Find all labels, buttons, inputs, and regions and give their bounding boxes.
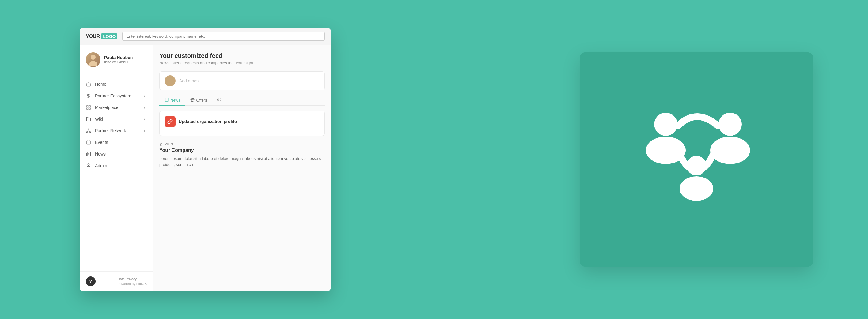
sidebar-item-home-label: Home <box>95 82 147 87</box>
svg-rect-2 <box>89 106 90 107</box>
sidebar-item-marketplace-label: Marketplace <box>95 105 142 110</box>
svg-point-16 <box>88 164 89 165</box>
feed-tabs: News Offers <box>159 95 325 106</box>
data-privacy-link[interactable]: Data Privacy <box>118 277 147 281</box>
scene: YOUR LOGO Paula Houben Innoloft GmbH <box>0 0 868 319</box>
news-icon <box>86 151 91 157</box>
help-button[interactable]: ? <box>86 277 96 286</box>
svg-line-9 <box>89 130 90 131</box>
logo-your: YOUR <box>86 34 100 39</box>
tab-news[interactable]: News <box>159 95 185 106</box>
footer-links: Data Privacy Powered by LoftOS <box>118 277 147 286</box>
network-illustration <box>632 101 761 218</box>
offers-tab-icon <box>190 98 194 103</box>
main-content: Paula Houben Innoloft GmbH Home <box>80 45 331 291</box>
sidebar: Paula Houben Innoloft GmbH Home <box>80 45 153 291</box>
feed-title: Your customized feed <box>159 52 325 59</box>
home-icon <box>86 82 91 87</box>
partner-network-icon <box>86 128 91 133</box>
company-name: Your Company <box>159 148 325 153</box>
marketplace-icon <box>86 105 91 110</box>
news-tab-icon <box>164 98 168 103</box>
wiki-icon <box>86 116 91 122</box>
app-window: YOUR LOGO Paula Houben Innoloft GmbH <box>80 28 331 291</box>
events-icon <box>86 139 91 145</box>
sidebar-item-wiki[interactable]: Wiki ▾ <box>80 113 153 125</box>
svg-marker-19 <box>217 99 219 101</box>
feed-card-header: Updated organization profile <box>164 116 319 127</box>
post-avatar <box>164 75 176 86</box>
chevron-down-icon-2: ▾ <box>142 105 147 110</box>
sidebar-item-admin[interactable]: Admin <box>80 160 153 171</box>
svg-rect-4 <box>87 108 88 109</box>
admin-icon <box>86 163 91 168</box>
user-info: Paula Houben Innoloft GmbH <box>104 55 133 64</box>
feed-area: Your customized feed News, offers, reque… <box>153 45 331 291</box>
company-year: 2019 <box>159 142 325 146</box>
sidebar-item-partner-ecosystem[interactable]: Partner Ecosystem ▾ <box>80 90 153 102</box>
sidebar-item-partner-network-label: Partner Network <box>95 128 142 133</box>
chevron-down-icon-3: ▾ <box>142 117 147 122</box>
feed-card-icon <box>164 116 176 127</box>
sidebar-footer: ? Data Privacy Powered by LoftOS <box>80 271 153 291</box>
sidebar-item-wiki-label: Wiki <box>95 117 142 122</box>
logo-box: LOGO <box>101 33 117 39</box>
company-description: Lorem ipsum dolor sit a labore et dolore… <box>159 156 325 167</box>
svg-rect-3 <box>89 108 90 109</box>
feed-card-title: Updated organization profile <box>179 119 237 124</box>
feed-card: Updated organization profile <box>159 111 325 136</box>
powered-by: Powered by LoftOS <box>118 282 147 286</box>
user-name: Paula Houben <box>104 55 133 60</box>
tab-offers-label: Offers <box>196 98 207 102</box>
post-input[interactable]: Add a post... <box>179 78 319 83</box>
logo-area: YOUR LOGO <box>86 33 117 39</box>
svg-point-6 <box>86 132 88 133</box>
tab-offers[interactable]: Offers <box>185 95 212 106</box>
avatar-image <box>86 52 100 67</box>
svg-point-21 <box>654 113 677 136</box>
company-year-value: 2019 <box>165 142 173 146</box>
svg-point-5 <box>88 129 89 130</box>
sidebar-item-news-label: News <box>95 152 147 156</box>
right-card <box>580 52 813 267</box>
sidebar-item-events-label: Events <box>95 140 147 145</box>
avatar <box>86 52 100 67</box>
sidebar-item-news[interactable]: News <box>80 148 153 160</box>
tab-news-label: News <box>170 98 181 102</box>
svg-point-7 <box>90 132 91 133</box>
post-input-area: Add a post... <box>159 71 325 90</box>
svg-point-23 <box>718 113 742 136</box>
user-section: Paula Houben Innoloft GmbH <box>80 45 153 73</box>
sidebar-item-home[interactable]: Home <box>80 78 153 90</box>
chevron-down-icon-4: ▾ <box>142 128 147 133</box>
sidebar-item-events[interactable]: Events <box>80 136 153 148</box>
svg-rect-1 <box>87 106 88 107</box>
tab-more[interactable] <box>212 95 226 106</box>
nav-menu: Home Partner Ecosystem ▾ <box>80 73 153 271</box>
more-tab-icon <box>217 98 221 103</box>
partner-ecosystem-icon <box>86 93 91 99</box>
top-bar: YOUR LOGO <box>80 28 331 45</box>
sidebar-item-marketplace[interactable]: Marketplace ▾ <box>80 102 153 113</box>
company-section: 2019 Your Company Lorem ipsum dolor sit … <box>159 142 325 167</box>
sidebar-item-partner-ecosystem-label: Partner Ecosystem <box>95 93 142 98</box>
feed-subtitle: News, offers, requests and companies tha… <box>159 61 325 65</box>
sidebar-item-partner-network[interactable]: Partner Network ▾ <box>80 125 153 136</box>
svg-marker-20 <box>160 143 163 146</box>
search-input[interactable] <box>122 32 325 41</box>
user-company: Innoloft GmbH <box>104 60 133 64</box>
sidebar-item-admin-label: Admin <box>95 163 147 168</box>
chevron-down-icon: ▾ <box>142 93 147 98</box>
svg-rect-10 <box>87 141 90 145</box>
svg-line-8 <box>87 130 89 131</box>
svg-point-26 <box>680 176 713 201</box>
